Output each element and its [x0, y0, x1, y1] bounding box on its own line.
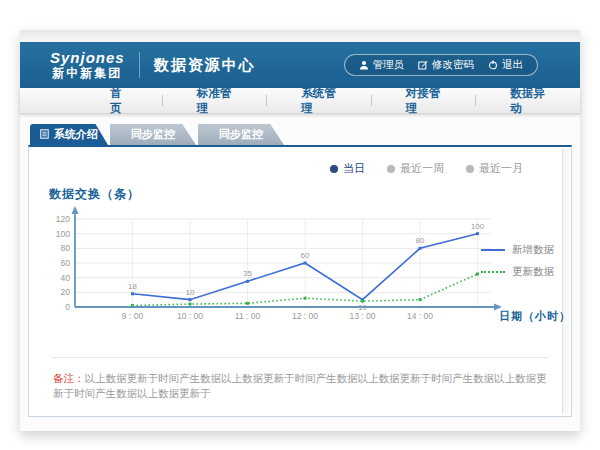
legend-item-updated-data: 更新数据 [481, 265, 557, 279]
tab-label: 同步监控 [131, 127, 175, 142]
svg-text:10 : 00: 10 : 00 [177, 311, 203, 321]
tab-label: 系统介绍 [54, 127, 98, 142]
header-bar: Synjones 新中新集团 数据资源中心 管理员 修改密码 [20, 42, 580, 88]
svg-text:40: 40 [61, 273, 71, 283]
tab-strip: 系统介绍 同步监控 同步监控 [30, 124, 572, 145]
chart-area: 9 : 0010 : 0011 : 0012 : 0013 : 0014 : 0… [43, 205, 557, 333]
nav-item-interface-mgmt[interactable]: 对接管理 [372, 86, 476, 116]
svg-text:80: 80 [416, 236, 425, 245]
chart-panel: 当日 最近一周 最近一月 数据交换（条） 9 : 0010 : 0011 : 0… [28, 145, 572, 417]
svg-text:12 : 00: 12 : 00 [292, 311, 318, 321]
user-name-label: 管理员 [373, 58, 405, 72]
svg-text:9 : 00: 9 : 00 [122, 311, 144, 321]
svg-text:60: 60 [301, 251, 310, 260]
radio-today[interactable]: 当日 [330, 161, 365, 176]
user-toolbar: 管理员 修改密码 退出 [344, 54, 539, 76]
logo-text-cn: 新中新集团 [50, 67, 125, 80]
radio-label: 最近一月 [479, 161, 523, 176]
time-range-radio-group: 当日 最近一周 最近一月 [43, 161, 523, 176]
svg-text:35: 35 [243, 269, 252, 278]
user-icon [359, 60, 369, 70]
radio-label: 最近一周 [400, 161, 444, 176]
company-logo: Synjones 新中新集团 [50, 50, 125, 80]
radio-last-week[interactable]: 最近一周 [387, 161, 444, 176]
radio-last-month[interactable]: 最近一月 [466, 161, 523, 176]
line-chart: 9 : 0010 : 0011 : 0012 : 0013 : 0014 : 0… [43, 205, 548, 333]
change-password-label: 修改密码 [432, 58, 474, 72]
power-icon [488, 60, 498, 70]
svg-text:120: 120 [56, 214, 70, 224]
logout-label: 退出 [502, 58, 523, 72]
window-top-strip [20, 30, 580, 42]
svg-text:14 : 00: 14 : 00 [407, 311, 433, 321]
series-legend: 新增数据 更新数据 [481, 243, 557, 287]
content-area: 系统介绍 同步监控 同步监控 当日 最近一周 [20, 114, 580, 431]
header-divider [139, 52, 140, 78]
tab-sync-monitor-2[interactable]: 同步监控 [198, 124, 284, 145]
nav-item-home[interactable]: 首页 [76, 86, 162, 116]
footnote-prefix: 备注： [53, 372, 85, 384]
radio-dot-icon [330, 165, 338, 173]
svg-text:0: 0 [65, 302, 70, 312]
nav-item-system-mgmt[interactable]: 系统管理 [267, 86, 371, 116]
svg-text:11 : 00: 11 : 00 [235, 311, 261, 321]
y-axis-title: 数据交换（条） [49, 186, 557, 203]
radio-label: 当日 [343, 161, 365, 176]
note-divider [53, 357, 547, 358]
page-title: 数据资源中心 [154, 56, 256, 75]
tab-label: 同步监控 [219, 127, 263, 142]
svg-text:10: 10 [186, 288, 195, 297]
legend-item-new-data: 新增数据 [481, 243, 557, 257]
logout-button[interactable]: 退出 [488, 58, 523, 72]
footnote: 备注：以上数据更新于时间产生数据以上数据更新于时间产生数据以上数据更新于时间产生… [53, 371, 547, 400]
svg-text:20: 20 [61, 287, 71, 297]
edit-icon [418, 60, 428, 70]
tab-sync-monitor-1[interactable]: 同步监控 [110, 124, 196, 145]
svg-text:100: 100 [471, 222, 485, 231]
change-password-button[interactable]: 修改密码 [418, 58, 474, 72]
current-user[interactable]: 管理员 [359, 58, 405, 72]
app-window: Synjones 新中新集团 数据资源中心 管理员 修改密码 [20, 30, 580, 431]
radio-dot-icon [466, 165, 474, 173]
logo-text-en: Synjones [50, 50, 125, 67]
footnote-text: 以上数据更新于时间产生数据以上数据更新于时间产生数据以上数据更新于时间产生数据以… [53, 372, 547, 399]
svg-text:18: 18 [128, 282, 137, 291]
dotted-line-swatch-icon [481, 271, 505, 273]
main-nav: 首页 标准管理 系统管理 对接管理 数据异动 [20, 88, 580, 114]
legend-label: 更新数据 [512, 265, 554, 279]
nav-item-standard-mgmt[interactable]: 标准管理 [163, 86, 267, 116]
radio-dot-icon [387, 165, 395, 173]
panel-scrollbar[interactable] [562, 149, 569, 414]
svg-text:100: 100 [56, 229, 70, 239]
solid-line-swatch-icon [481, 249, 505, 251]
svg-text:10: 10 [358, 303, 367, 312]
tab-system-intro[interactable]: 系统介绍 [30, 124, 108, 145]
svg-text:日期（小时）: 日期（小时） [499, 310, 571, 323]
nav-item-data-change[interactable]: 数据异动 [476, 86, 580, 116]
legend-label: 新增数据 [512, 243, 554, 257]
document-icon [40, 129, 49, 141]
svg-text:80: 80 [61, 243, 71, 253]
svg-text:60: 60 [61, 258, 71, 268]
svg-text:13 : 00: 13 : 00 [350, 311, 376, 321]
